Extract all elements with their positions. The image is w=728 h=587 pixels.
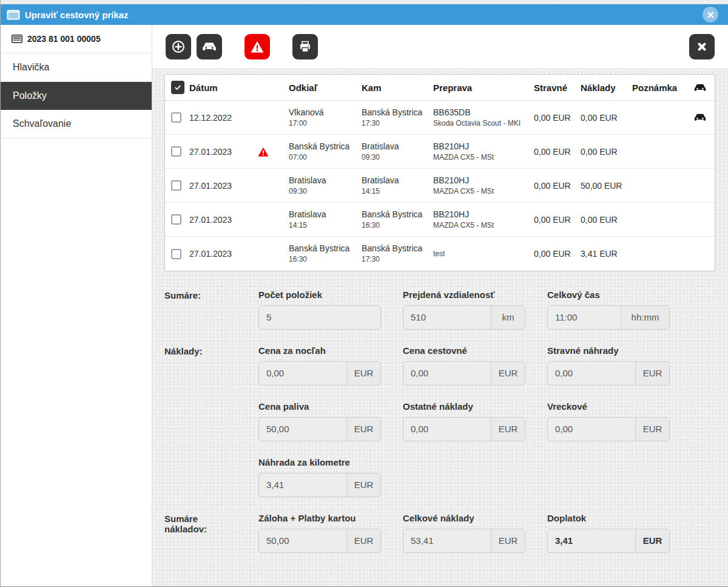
header-to: Kam: [362, 83, 433, 93]
header-transport: Preprava: [433, 83, 534, 93]
print-button[interactable]: [292, 34, 318, 59]
row-meals: 0,00 EUR: [534, 147, 581, 157]
row-costs: 3,41 EUR: [581, 249, 632, 259]
warning-button[interactable]: [244, 34, 270, 59]
field-label: Ostatné náklady: [403, 401, 525, 412]
meal-allowance-value: 0,00: [548, 362, 635, 385]
row-checkbox[interactable]: [171, 112, 181, 123]
main-panel: Dátum Odkiaľ Kam Preprava Stravné Náklad…: [152, 25, 728, 586]
car-icon: [201, 41, 217, 53]
row-to-time: 09:30: [362, 153, 433, 162]
sidebar-item-polozky[interactable]: Položky: [1, 82, 152, 110]
sidebar: 2023 81 001 00005 Hlavička Položky Schva…: [1, 25, 152, 586]
row-meals: 0,00 EUR: [534, 249, 581, 259]
row-date: 27.01.2023: [189, 181, 232, 191]
row-to-place: Bratislava: [362, 141, 433, 152]
dialog-title: Upraviť cestovný príkaz: [25, 10, 129, 20]
per-kilometre-unit: EUR: [346, 473, 380, 497]
meal-allowance-field[interactable]: 0,00 EUR: [547, 361, 670, 385]
header-date: Dátum: [189, 83, 289, 93]
advance-unit: EUR: [346, 529, 380, 552]
dialog-close-icon[interactable]: [703, 7, 718, 22]
pocket-money-field[interactable]: 0,00 EUR: [547, 417, 670, 441]
header-meals: Stravné: [534, 83, 581, 93]
pocket-money-value: 0,00: [548, 418, 635, 441]
row-from-time: 17:00: [289, 119, 362, 128]
header-from: Odkiaľ: [289, 83, 362, 93]
distance-field[interactable]: 510 km: [403, 305, 525, 330]
field-label: Prejdená vzdialenosť: [403, 290, 525, 300]
total-costs-field[interactable]: 53,41 EUR: [403, 529, 525, 553]
row-from-place: Bratislava: [289, 209, 362, 220]
row-transport: BB210HJ: [433, 141, 534, 152]
row-from-time: 16:30: [289, 255, 362, 264]
row-from-time: 07:00: [289, 153, 362, 162]
row-transport: BB210HJ: [433, 209, 534, 220]
add-item-button[interactable]: [166, 34, 191, 59]
row-to-time: 17:30: [362, 119, 433, 128]
row-checkbox[interactable]: [171, 146, 181, 157]
field-label: Celkové náklady: [403, 513, 525, 523]
row-transport-detail: Skoda Octavia Scout - MKI: [433, 119, 534, 128]
travel-fare-field[interactable]: 0,00 EUR: [403, 361, 525, 385]
select-all-checkbox[interactable]: [171, 81, 184, 94]
row-transport-detail: MAZDA CX5 - MSt: [433, 153, 534, 162]
field-label: Počet položiek: [258, 290, 381, 300]
distance-value: 510: [403, 306, 491, 329]
total-time-value: 11:00: [548, 306, 621, 329]
toolbar: [152, 25, 728, 68]
row-from-place: Banská Bystrica: [289, 141, 362, 152]
plus-circle-icon: [171, 39, 186, 54]
warning-triangle-icon: [250, 40, 265, 53]
row-to-place: Banská Bystrica: [362, 107, 433, 118]
header-costs: Náklady: [581, 83, 632, 93]
section-label-naklady: Náklady:: [164, 345, 258, 385]
other-costs-field[interactable]: 0,00 EUR: [403, 417, 525, 441]
table-row[interactable]: 27.01.2023 Banská Bystrica 07:00 Bratisl…: [165, 135, 715, 169]
close-panel-button[interactable]: [689, 34, 715, 59]
header-note: Poznámka: [632, 83, 690, 93]
row-to-time: 14:15: [362, 187, 433, 196]
item-count-value: 5: [259, 306, 380, 329]
distance-unit: km: [491, 306, 525, 329]
row-date: 12.12.2022: [189, 113, 232, 123]
field-label: Celkový čas: [547, 290, 670, 300]
car-column-icon: [693, 83, 707, 93]
sidebar-item-schvalovanie[interactable]: Schvaľovanie: [1, 110, 152, 138]
field-label: Cena paliva: [258, 401, 381, 412]
row-from-place: Bratislava: [289, 175, 362, 186]
lodging-value: 0,00: [259, 362, 346, 385]
pocket-money-unit: EUR: [635, 418, 669, 441]
row-meals: 0,00 EUR: [534, 215, 581, 225]
surcharge-field[interactable]: 3,41 EUR: [547, 529, 670, 553]
vehicle-button[interactable]: [197, 34, 222, 59]
row-checkbox[interactable]: [171, 214, 181, 225]
row-transport: BB635DB: [433, 107, 534, 118]
advance-field[interactable]: 50,00 EUR: [258, 529, 381, 553]
meal-allowance-unit: EUR: [635, 362, 669, 385]
per-kilometre-field[interactable]: 3,41 EUR: [258, 473, 381, 497]
row-costs: 50,00 EUR: [581, 181, 632, 191]
row-from-time: 09:30: [289, 187, 362, 196]
table-row[interactable]: 27.01.2023 Banská Bystrica 16:30 Banská …: [165, 237, 715, 271]
total-time-field[interactable]: 11:00 hh:mm: [547, 305, 670, 330]
field-label: Cena cestovné: [403, 345, 525, 356]
row-to-place: Banská Bystrica: [362, 243, 433, 254]
row-costs: 0,00 EUR: [581, 113, 632, 123]
fuel-field[interactable]: 50,00 EUR: [258, 417, 381, 441]
table-row[interactable]: 27.01.2023 Bratislava 09:30 Bratislava 1…: [165, 169, 715, 203]
sidebar-item-hlavicka[interactable]: Hlavička: [1, 53, 152, 82]
row-checkbox[interactable]: [171, 180, 181, 191]
table-row[interactable]: 27.01.2023 Bratislava 14:15 Banská Bystr…: [165, 203, 715, 237]
table-row[interactable]: 12.12.2022 Vlkanová 17:00 Banská Bystric…: [165, 101, 715, 135]
field-label: Stravné náhrady: [547, 345, 670, 356]
row-to-place: Banská Bystrica: [362, 209, 433, 220]
lodging-field[interactable]: 0,00 EUR: [258, 361, 381, 385]
travel-fare-value: 0,00: [403, 362, 491, 385]
window-icon: [7, 10, 20, 20]
section-label-sumare: Sumáre:: [164, 290, 258, 330]
item-count-field[interactable]: 5: [258, 305, 381, 330]
content-area: Dátum Odkiaľ Kam Preprava Stravné Náklad…: [152, 68, 728, 586]
row-checkbox[interactable]: [171, 249, 181, 259]
other-costs-value: 0,00: [403, 418, 491, 441]
